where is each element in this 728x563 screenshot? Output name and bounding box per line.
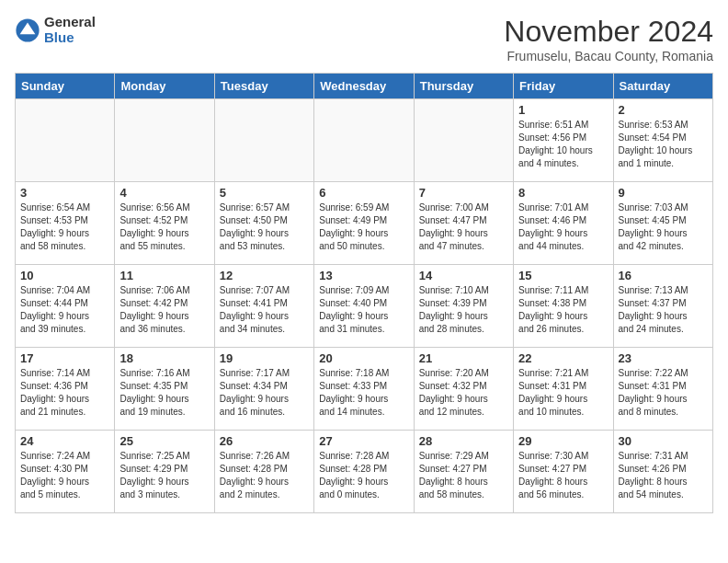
day-info: Sunrise: 7:21 AM Sunset: 4:31 PM Dayligh…	[518, 367, 608, 419]
calendar-day-cell	[214, 99, 313, 182]
day-number: 2	[619, 103, 708, 117]
day-info: Sunrise: 7:28 AM Sunset: 4:28 PM Dayligh…	[319, 450, 408, 501]
day-info: Sunrise: 6:59 AM Sunset: 4:49 PM Dayligh…	[319, 201, 408, 253]
day-info: Sunrise: 7:07 AM Sunset: 4:41 PM Dayligh…	[220, 284, 309, 336]
calendar-day-cell: 28Sunrise: 7:29 AM Sunset: 4:27 PM Dayli…	[414, 431, 513, 513]
calendar-day-cell: 7Sunrise: 7:00 AM Sunset: 4:47 PM Daylig…	[414, 182, 513, 265]
day-info: Sunrise: 7:22 AM Sunset: 4:31 PM Dayligh…	[619, 367, 708, 419]
calendar-day-cell: 4Sunrise: 6:56 AM Sunset: 4:52 PM Daylig…	[115, 182, 214, 265]
day-info: Sunrise: 7:16 AM Sunset: 4:35 PM Dayligh…	[119, 367, 209, 419]
calendar-day-cell: 30Sunrise: 7:31 AM Sunset: 4:26 PM Dayli…	[613, 431, 712, 513]
calendar-day-cell: 13Sunrise: 7:09 AM Sunset: 4:40 PM Dayli…	[314, 265, 414, 348]
day-number: 20	[319, 351, 408, 365]
logo-icon	[15, 17, 40, 43]
day-number: 19	[220, 351, 309, 365]
day-info: Sunrise: 7:00 AM Sunset: 4:47 PM Dayligh…	[419, 201, 508, 253]
day-number: 6	[319, 186, 408, 200]
calendar-header-row: SundayMondayTuesdayWednesdayThursdayFrid…	[16, 74, 713, 99]
day-number: 18	[119, 351, 209, 365]
day-number: 23	[619, 351, 708, 365]
day-info: Sunrise: 7:17 AM Sunset: 4:34 PM Dayligh…	[220, 367, 309, 419]
day-header-monday: Monday	[115, 74, 214, 99]
day-number: 16	[619, 269, 708, 282]
day-number: 13	[319, 269, 408, 282]
day-info: Sunrise: 7:30 AM Sunset: 4:27 PM Dayligh…	[518, 450, 608, 501]
day-header-friday: Friday	[514, 74, 613, 99]
day-info: Sunrise: 6:53 AM Sunset: 4:54 PM Dayligh…	[619, 119, 708, 170]
day-number: 7	[419, 186, 508, 200]
day-number: 21	[419, 351, 508, 365]
calendar-day-cell	[16, 99, 115, 182]
calendar-week-row: 1Sunrise: 6:51 AM Sunset: 4:56 PM Daylig…	[16, 99, 713, 182]
day-info: Sunrise: 6:56 AM Sunset: 4:52 PM Dayligh…	[119, 201, 209, 253]
calendar-day-cell: 14Sunrise: 7:10 AM Sunset: 4:39 PM Dayli…	[414, 265, 513, 348]
day-info: Sunrise: 7:25 AM Sunset: 4:29 PM Dayligh…	[119, 450, 209, 501]
logo-text: General Blue	[44, 15, 96, 45]
day-info: Sunrise: 6:57 AM Sunset: 4:50 PM Dayligh…	[220, 201, 309, 253]
day-info: Sunrise: 7:31 AM Sunset: 4:26 PM Dayligh…	[619, 450, 708, 501]
day-info: Sunrise: 7:11 AM Sunset: 4:38 PM Dayligh…	[518, 284, 608, 336]
calendar-day-cell: 22Sunrise: 7:21 AM Sunset: 4:31 PM Dayli…	[514, 348, 613, 431]
day-info: Sunrise: 7:06 AM Sunset: 4:42 PM Dayligh…	[119, 284, 209, 336]
calendar-week-row: 3Sunrise: 6:54 AM Sunset: 4:53 PM Daylig…	[16, 182, 713, 265]
calendar-week-row: 24Sunrise: 7:24 AM Sunset: 4:30 PM Dayli…	[16, 431, 713, 513]
calendar-day-cell: 5Sunrise: 6:57 AM Sunset: 4:50 PM Daylig…	[214, 182, 313, 265]
day-number: 8	[518, 186, 608, 200]
day-number: 9	[619, 186, 708, 200]
calendar-day-cell: 26Sunrise: 7:26 AM Sunset: 4:28 PM Dayli…	[214, 431, 313, 513]
calendar-table: SundayMondayTuesdayWednesdayThursdayFrid…	[15, 73, 713, 513]
day-info: Sunrise: 7:14 AM Sunset: 4:36 PM Dayligh…	[20, 367, 109, 419]
calendar-day-cell: 10Sunrise: 7:04 AM Sunset: 4:44 PM Dayli…	[16, 265, 115, 348]
calendar-day-cell: 19Sunrise: 7:17 AM Sunset: 4:34 PM Dayli…	[214, 348, 313, 431]
calendar-day-cell: 16Sunrise: 7:13 AM Sunset: 4:37 PM Dayli…	[613, 265, 712, 348]
day-info: Sunrise: 7:04 AM Sunset: 4:44 PM Dayligh…	[20, 284, 109, 336]
day-number: 26	[220, 434, 309, 448]
day-number: 11	[119, 269, 209, 282]
day-header-thursday: Thursday	[414, 74, 513, 99]
day-number: 10	[20, 269, 109, 282]
day-info: Sunrise: 7:09 AM Sunset: 4:40 PM Dayligh…	[319, 284, 408, 336]
day-header-saturday: Saturday	[613, 74, 712, 99]
calendar-day-cell	[115, 99, 214, 182]
day-info: Sunrise: 7:01 AM Sunset: 4:46 PM Dayligh…	[518, 201, 608, 253]
calendar-day-cell: 1Sunrise: 6:51 AM Sunset: 4:56 PM Daylig…	[514, 99, 613, 182]
day-info: Sunrise: 7:20 AM Sunset: 4:32 PM Dayligh…	[419, 367, 508, 419]
logo-general-text: General	[44, 15, 96, 30]
calendar-day-cell: 25Sunrise: 7:25 AM Sunset: 4:29 PM Dayli…	[115, 431, 214, 513]
calendar-day-cell: 27Sunrise: 7:28 AM Sunset: 4:28 PM Dayli…	[314, 431, 414, 513]
calendar-week-row: 10Sunrise: 7:04 AM Sunset: 4:44 PM Dayli…	[16, 265, 713, 348]
day-number: 24	[20, 434, 109, 448]
calendar-day-cell: 8Sunrise: 7:01 AM Sunset: 4:46 PM Daylig…	[514, 182, 613, 265]
day-number: 15	[518, 269, 608, 282]
location-subtitle: Frumuselu, Bacau County, Romania	[504, 49, 713, 63]
day-number: 27	[319, 434, 408, 448]
day-number: 4	[119, 186, 209, 200]
day-number: 5	[220, 186, 309, 200]
day-number: 12	[220, 269, 309, 282]
day-header-tuesday: Tuesday	[214, 74, 313, 99]
day-number: 1	[518, 103, 608, 117]
calendar-day-cell: 24Sunrise: 7:24 AM Sunset: 4:30 PM Dayli…	[16, 431, 115, 513]
calendar-day-cell: 12Sunrise: 7:07 AM Sunset: 4:41 PM Dayli…	[214, 265, 313, 348]
calendar-day-cell: 6Sunrise: 6:59 AM Sunset: 4:49 PM Daylig…	[314, 182, 414, 265]
day-header-wednesday: Wednesday	[314, 74, 414, 99]
page-header: General Blue November 2024 Frumuselu, Ba…	[15, 15, 713, 63]
day-number: 25	[119, 434, 209, 448]
day-header-sunday: Sunday	[16, 74, 115, 99]
day-number: 14	[419, 269, 508, 282]
calendar-day-cell: 23Sunrise: 7:22 AM Sunset: 4:31 PM Dayli…	[613, 348, 712, 431]
day-info: Sunrise: 7:13 AM Sunset: 4:37 PM Dayligh…	[619, 284, 708, 336]
day-number: 30	[619, 434, 708, 448]
day-number: 22	[518, 351, 608, 365]
day-info: Sunrise: 7:24 AM Sunset: 4:30 PM Dayligh…	[20, 450, 109, 501]
calendar-day-cell: 11Sunrise: 7:06 AM Sunset: 4:42 PM Dayli…	[115, 265, 214, 348]
day-info: Sunrise: 6:51 AM Sunset: 4:56 PM Dayligh…	[518, 119, 608, 170]
calendar-day-cell: 3Sunrise: 6:54 AM Sunset: 4:53 PM Daylig…	[16, 182, 115, 265]
logo: General Blue	[15, 15, 96, 45]
day-number: 29	[518, 434, 608, 448]
day-info: Sunrise: 7:18 AM Sunset: 4:33 PM Dayligh…	[319, 367, 408, 419]
calendar-day-cell	[414, 99, 513, 182]
calendar-day-cell: 9Sunrise: 7:03 AM Sunset: 4:45 PM Daylig…	[613, 182, 712, 265]
day-number: 28	[419, 434, 508, 448]
calendar-day-cell: 2Sunrise: 6:53 AM Sunset: 4:54 PM Daylig…	[613, 99, 712, 182]
